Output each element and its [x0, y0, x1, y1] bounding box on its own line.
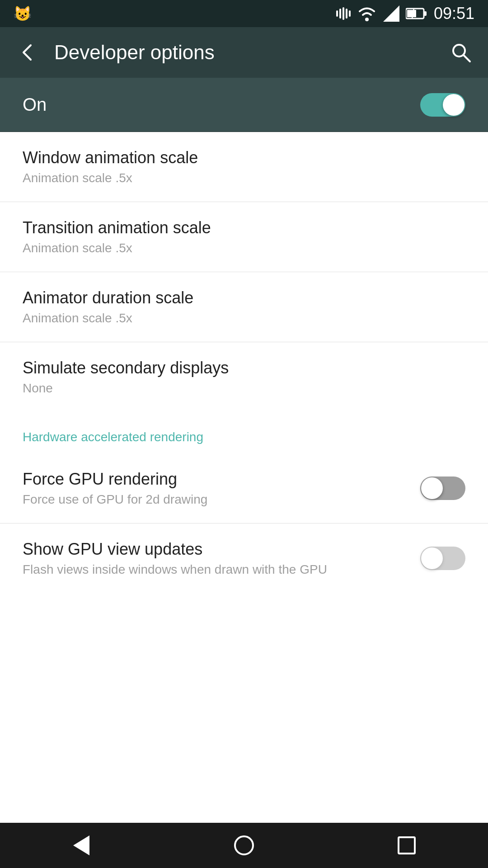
status-time: 09:51	[434, 4, 474, 23]
signal-icon	[383, 5, 399, 22]
animator-duration-scale-subtitle: Animation scale .5x	[23, 311, 465, 326]
simulate-secondary-displays-subtitle: None	[23, 381, 465, 396]
nav-back-button[interactable]	[59, 823, 104, 868]
search-button[interactable]	[447, 42, 474, 63]
vibrate-icon	[336, 7, 351, 20]
simulate-secondary-displays-text: Simulate secondary displays None	[23, 359, 465, 396]
window-animation-scale-title: Window animation scale	[23, 148, 465, 167]
show-gpu-view-updates-title: Show GPU view updates	[23, 540, 420, 559]
force-gpu-rendering-subtitle: Force use of GPU for 2d drawing	[23, 492, 420, 507]
status-icons: 09:51	[336, 4, 474, 23]
battery-icon	[406, 7, 427, 20]
transition-animation-scale-subtitle: Animation scale .5x	[23, 241, 465, 255]
svg-point-0	[365, 18, 369, 21]
back-arrow-icon	[16, 42, 38, 63]
window-animation-scale-text: Window animation scale Animation scale .…	[23, 148, 465, 185]
nav-recents-button[interactable]	[384, 823, 429, 868]
force-gpu-toggle-knob	[421, 477, 443, 499]
show-gpu-toggle-knob	[421, 547, 443, 569]
show-gpu-view-updates-subtitle: Flash views inside windows when drawn wi…	[23, 562, 420, 577]
simulate-secondary-displays-item[interactable]: Simulate secondary displays None	[0, 342, 488, 412]
nav-recents-icon	[398, 836, 416, 854]
show-gpu-view-updates-text: Show GPU view updates Flash views inside…	[23, 540, 420, 577]
nav-home-icon	[234, 835, 254, 855]
svg-marker-1	[383, 5, 399, 22]
force-gpu-rendering-item[interactable]: Force GPU rendering Force use of GPU for…	[0, 453, 488, 524]
wifi-icon	[357, 5, 377, 22]
nav-bar	[0, 823, 488, 868]
show-gpu-view-updates-toggle[interactable]	[420, 547, 465, 570]
app-bar: Developer options	[0, 27, 488, 78]
window-animation-scale-subtitle: Animation scale .5x	[23, 171, 465, 185]
force-gpu-rendering-title: Force GPU rendering	[23, 470, 420, 489]
animator-duration-scale-item[interactable]: Animator duration scale Animation scale …	[0, 272, 488, 342]
svg-rect-3	[407, 10, 416, 17]
svg-line-7	[464, 55, 470, 61]
transition-animation-scale-text: Transition animation scale Animation sca…	[23, 218, 465, 255]
force-gpu-rendering-text: Force GPU rendering Force use of GPU for…	[23, 470, 420, 507]
android-icon: 😺	[14, 5, 32, 22]
show-gpu-view-updates-item[interactable]: Show GPU view updates Flash views inside…	[0, 524, 488, 586]
svg-rect-4	[424, 11, 427, 16]
hardware-accelerated-rendering-header: Hardware accelerated rendering	[0, 412, 488, 453]
window-animation-scale-item[interactable]: Window animation scale Animation scale .…	[0, 132, 488, 202]
force-gpu-rendering-toggle[interactable]	[420, 476, 465, 500]
toggle-knob	[443, 94, 465, 116]
status-bar: 😺 09:51	[0, 0, 488, 27]
on-section[interactable]: On	[0, 78, 488, 132]
nav-back-icon	[73, 835, 89, 855]
app-title: Developer options	[54, 41, 434, 64]
animator-duration-scale-title: Animator duration scale	[23, 288, 465, 307]
animator-duration-scale-text: Animator duration scale Animation scale …	[23, 288, 465, 326]
on-label: On	[23, 94, 420, 115]
transition-animation-scale-title: Transition animation scale	[23, 218, 465, 237]
settings-content: Window animation scale Animation scale .…	[0, 132, 488, 823]
status-bar-left: 😺	[14, 5, 327, 22]
transition-animation-scale-item[interactable]: Transition animation scale Animation sca…	[0, 202, 488, 272]
search-icon	[450, 42, 472, 63]
simulate-secondary-displays-title: Simulate secondary displays	[23, 359, 465, 377]
developer-options-toggle[interactable]	[420, 93, 465, 117]
back-button[interactable]	[14, 42, 41, 63]
nav-home-button[interactable]	[221, 823, 267, 868]
